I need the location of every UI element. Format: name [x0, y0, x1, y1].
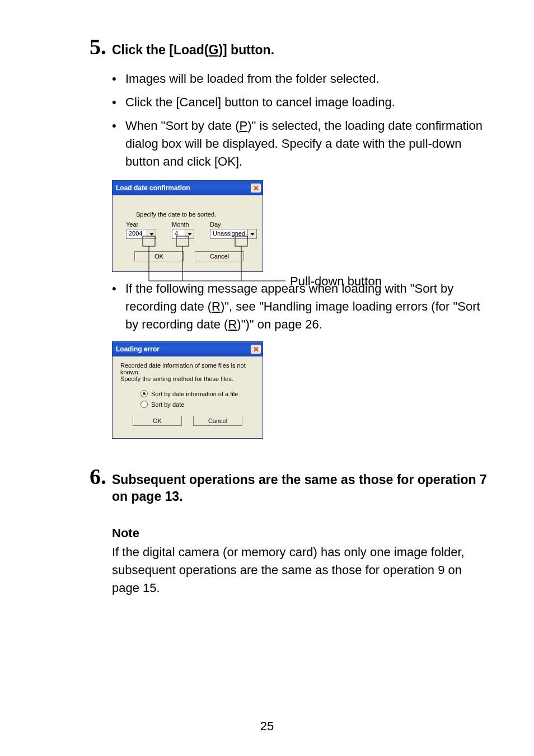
- note-title: Note: [112, 524, 489, 542]
- dialog1-wrap: Load date confirmation ✕ Specify the dat…: [112, 180, 403, 272]
- chevron-down-icon: [250, 233, 255, 236]
- radio-icon: [140, 390, 148, 397]
- day-dropdown-arrow[interactable]: [247, 229, 256, 238]
- chevron-down-icon: [188, 233, 192, 236]
- step5-heading: 5. Click the [Load(G)] button.: [90, 34, 489, 60]
- year-label: Year: [126, 221, 156, 228]
- dialog1-body: Specify the date to be sorted. Year 2004…: [113, 195, 263, 271]
- day-label: Day: [210, 221, 257, 228]
- dialog1-button-row: OK Cancel: [126, 251, 252, 261]
- bullet-item: If the following message appears when lo…: [112, 280, 489, 334]
- ok-button[interactable]: OK: [134, 251, 184, 261]
- step6-title: Subsequent operations are the same as th…: [112, 472, 489, 505]
- date-row: Year 2004 Month 4 Day: [126, 221, 252, 239]
- step5-bullets: Images will be loaded from the folder se…: [112, 70, 489, 170]
- day-col: Day Unassigned: [210, 221, 257, 239]
- month-label: Month: [172, 221, 194, 228]
- bullet-item: Click the [Cancel] button to cancel imag…: [112, 93, 489, 111]
- step6-number: 6.: [90, 463, 106, 490]
- page-number: 25: [0, 719, 534, 734]
- chevron-down-icon: [149, 233, 154, 236]
- step5-title: Click the [Load(G)] button.: [112, 42, 274, 59]
- dialog1-title: Load date confirmation: [116, 184, 190, 192]
- bullet-item: When "Sort by date (P)" is selected, the…: [112, 117, 489, 171]
- close-button[interactable]: ✕: [251, 184, 261, 192]
- radio-option-file-date[interactable]: Sort by date information of a file: [140, 390, 255, 397]
- dialog2-button-row: OK Cancel: [120, 416, 255, 426]
- cancel-button[interactable]: Cancel: [193, 416, 242, 426]
- dialog2-body: Recorded date information of some files …: [113, 356, 263, 438]
- dialog2-titlebar: Loading error ✕: [113, 342, 263, 356]
- year-combo[interactable]: 2004: [126, 229, 156, 239]
- close-button[interactable]: ✕: [251, 345, 261, 354]
- month-col: Month 4: [172, 221, 194, 239]
- month-combo[interactable]: 4: [172, 229, 194, 239]
- month-dropdown-arrow[interactable]: [185, 229, 194, 238]
- close-icon: ✕: [253, 185, 259, 192]
- ok-button[interactable]: OK: [133, 416, 182, 426]
- page: 5. Click the [Load(G)] button. Images wi…: [0, 0, 534, 597]
- radio-icon: [140, 401, 148, 408]
- dialog1-titlebar: Load date confirmation ✕: [113, 181, 263, 195]
- dialog2-msg-line1: Recorded date information of some files …: [120, 362, 255, 375]
- dialog2-msg-line2: Specify the sorting method for these fil…: [120, 375, 255, 382]
- day-combo[interactable]: Unassigned: [210, 229, 257, 239]
- dialog1-instruction: Specify the date to be sorted.: [136, 211, 252, 218]
- note-block: Note If the digital camera (or memory ca…: [112, 524, 489, 597]
- bullet-item: Images will be loaded from the folder se…: [112, 70, 489, 88]
- loading-error-dialog: Loading error ✕ Recorded date informatio…: [112, 341, 263, 439]
- radio-group: Sort by date information of a file Sort …: [140, 390, 255, 408]
- note-body: If the digital camera (or memory card) h…: [112, 543, 489, 597]
- step5-number: 5.: [90, 34, 106, 60]
- year-dropdown-arrow[interactable]: [147, 229, 156, 238]
- cancel-button[interactable]: Cancel: [195, 251, 244, 261]
- step6-heading: 6. Subsequent operations are the same as…: [90, 463, 489, 505]
- year-col: Year 2004: [126, 221, 156, 239]
- close-icon: ✕: [253, 346, 259, 353]
- dialog2-title: Loading error: [116, 345, 160, 353]
- step5-bullets-cont: If the following message appears when lo…: [112, 280, 489, 334]
- load-date-confirmation-dialog: Load date confirmation ✕ Specify the dat…: [112, 180, 263, 272]
- radio-option-sort-by-date[interactable]: Sort by date: [140, 401, 255, 408]
